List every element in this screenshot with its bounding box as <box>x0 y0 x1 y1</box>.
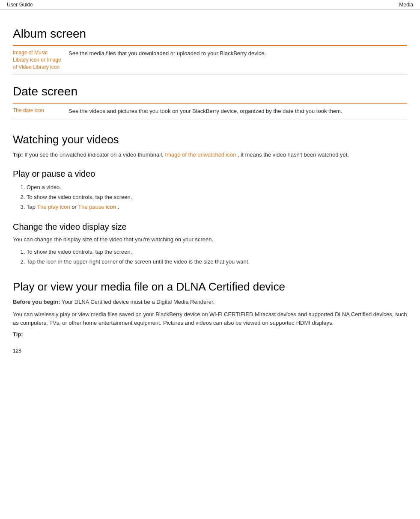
change-step2: Tap the icon in the upper-right corner o… <box>27 258 250 265</box>
change-display-intro: You can change the display size of the v… <box>13 235 407 244</box>
list-item: To show the video controls, tap the scre… <box>27 248 407 257</box>
album-description: See the media files that you downloaded … <box>69 49 407 58</box>
album-icon-label: Image of Music Library icon or Image of … <box>13 50 61 70</box>
play-dlna-body: You can wirelessly play or view media fi… <box>13 310 407 327</box>
date-icon-label: The date icon <box>13 107 44 113</box>
step3-pause-icon: The pause icon <box>78 204 116 210</box>
list-item: To show the video controls, tap the scre… <box>27 193 407 202</box>
step3-play-icon: The play icon <box>37 204 70 210</box>
top-bar: User Guide Media <box>0 0 420 10</box>
play-dlna-tip: Tip: <box>13 331 407 338</box>
list-item: Open a video. <box>27 183 407 192</box>
page-content: Album screen Image of Music Library icon… <box>0 10 420 367</box>
album-icon-cell: Image of Music Library icon or Image of … <box>13 49 69 71</box>
change-step1: To show the video controls, tap the scre… <box>27 249 132 255</box>
step2-text: To show the video controls, tap the scre… <box>27 194 132 200</box>
step3-prefix: Tap <box>27 204 37 210</box>
step3-middle: or <box>71 204 78 210</box>
play-pause-title: Play or pause a video <box>13 169 407 179</box>
date-icon-cell: The date icon <box>13 107 69 114</box>
page-number: 128 <box>13 348 407 354</box>
play-pause-steps: Open a video. To show the video controls… <box>27 183 407 211</box>
play-dlna-title: Play or view your media file on a DLNA C… <box>13 280 407 294</box>
date-description: See the videos and pictures that you too… <box>69 107 407 116</box>
table-row: The date icon See the videos and picture… <box>13 104 407 119</box>
change-display-steps: To show the video controls, tap the scre… <box>27 248 407 267</box>
tip-highlight: Image of the unwatched icon <box>165 151 236 158</box>
before-text-content: Your DLNA Certified device must be a Dig… <box>62 299 214 305</box>
date-screen-table: The date icon See the videos and picture… <box>13 103 407 119</box>
step1-text: Open a video. <box>27 184 61 190</box>
change-display-title: Change the video display size <box>13 222 407 232</box>
header-right: Media <box>399 2 413 8</box>
watching-videos-tip: Tip: If you see the unwatched indicator … <box>13 151 407 159</box>
tip-prefix: Tip: <box>13 151 23 158</box>
album-screen-title: Album screen <box>13 27 407 41</box>
step3-suffix: . <box>118 204 119 210</box>
header-left: User Guide <box>7 2 33 8</box>
tip-suffix: , it means the video hasn't been watched… <box>238 151 349 158</box>
table-row: Image of Music Library icon or Image of … <box>13 46 407 74</box>
date-screen-title: Date screen <box>13 85 407 98</box>
list-item: Tap the icon in the upper-right corner o… <box>27 258 407 267</box>
watching-videos-title: Watching your videos <box>13 133 407 146</box>
before-label: Before you begin: <box>13 299 60 305</box>
list-item: Tap The play icon or The pause icon . <box>27 203 407 212</box>
album-screen-table: Image of Music Library icon or Image of … <box>13 45 407 74</box>
play-dlna-before: Before you begin: Your DLNA Certified de… <box>13 298 407 306</box>
tip-text-content: If you see the unwatched indicator on a … <box>24 151 164 158</box>
